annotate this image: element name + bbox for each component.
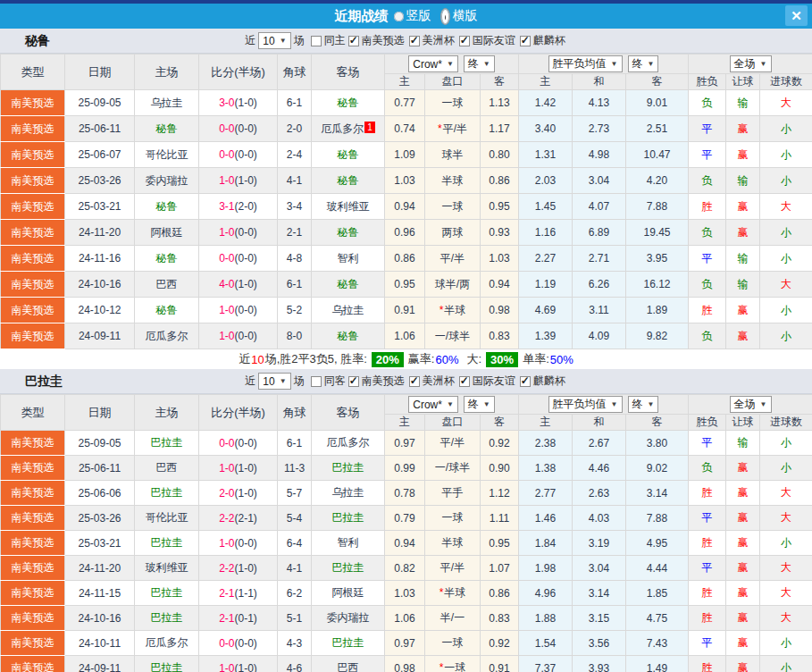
chevron-down-icon: ▼ [483, 60, 490, 68]
chevron-down-icon: ▼ [447, 60, 454, 68]
league-checkbox[interactable] [348, 36, 359, 46]
away-team: 巴拉圭 [312, 506, 385, 531]
league-type-badge[interactable]: 南美预选 [1, 431, 65, 456]
result-goals: 大 [760, 90, 812, 116]
star-marker: * [439, 586, 444, 599]
col-score: 比分(半场) [199, 395, 278, 431]
col-result-handicap: 让球 [726, 74, 760, 90]
avg-away-odds: 4.75 [626, 606, 689, 631]
league-type-badge[interactable]: 南美预选 [1, 606, 65, 631]
odds-home: 0.82 [385, 556, 425, 581]
odds-home: 1.06 [385, 323, 425, 349]
full-match-select[interactable]: 全场▼ [730, 55, 772, 72]
wdl-average-select[interactable]: 胜平负均值▼ [548, 396, 623, 413]
league-checkbox[interactable] [459, 376, 470, 387]
league-type-badge[interactable]: 南美预选 [1, 556, 65, 581]
match-count-select[interactable]: 10 ▼ [258, 373, 290, 390]
avg-draw-odds: 2.67 [573, 431, 626, 456]
unit-label: 场 [294, 33, 305, 48]
col-result-wdl: 胜负 [689, 415, 726, 431]
result-wdl: 胜 [689, 606, 726, 631]
league-checkbox[interactable] [409, 376, 420, 387]
odds-source-select[interactable]: Crow*▼ [408, 55, 458, 72]
league-type-badge[interactable]: 南美预选 [1, 116, 65, 142]
league-type-badge[interactable]: 南美预选 [1, 220, 65, 246]
home-team: 秘鲁 [135, 194, 199, 220]
star-marker: * [438, 122, 442, 135]
same-venue-checkbox[interactable] [311, 36, 322, 46]
fulltime-score: 1-0 [219, 662, 234, 672]
fulltime-score: 2-0 [219, 487, 234, 500]
col-away: 客场 [312, 395, 385, 431]
away-team: 阿根廷 [312, 581, 385, 606]
avg-draw-odds: 4.46 [573, 456, 626, 481]
match-count-select[interactable]: 10 ▼ [258, 32, 290, 49]
league-type-badge[interactable]: 南美预选 [1, 323, 65, 349]
league-checkbox[interactable] [520, 36, 531, 46]
away-team: 秘鲁 [312, 323, 385, 349]
wdl-time-select[interactable]: 终▼ [628, 55, 659, 72]
halftime-score: (1-0) [235, 174, 257, 187]
wdl-average-select[interactable]: 胜平负均值▼ [548, 55, 623, 72]
avg-away-odds: 3.80 [626, 431, 689, 456]
odds-home: 0.95 [385, 272, 425, 298]
score: 2-2(2-1) [199, 506, 278, 531]
corner-score: 6-2 [278, 581, 312, 606]
league-type-badge[interactable]: 南美预选 [1, 456, 65, 481]
league-type-badge[interactable]: 南美预选 [1, 298, 65, 323]
avg-home-odds: 1.39 [519, 323, 573, 349]
corner-score: 5-2 [278, 298, 312, 323]
score: 1-0(1-0) [199, 656, 278, 672]
horizontal-layout-radio[interactable]: 横版 [440, 8, 478, 25]
home-team: 巴西 [135, 456, 199, 481]
corner-score: 4-6 [278, 656, 312, 672]
table-row: 南美预选 24-10-11 厄瓜多尔 0-0(0-0) 4-3 巴拉圭 0.97… [1, 631, 812, 656]
league-checkbox[interactable] [348, 376, 359, 387]
result-wdl: 胜 [689, 581, 726, 606]
result-handicap: 输 [726, 272, 760, 298]
league-type-badge[interactable]: 南美预选 [1, 246, 65, 272]
avg-home-odds: 4.69 [519, 298, 573, 323]
league-type-badge[interactable]: 南美预选 [1, 90, 65, 116]
league-label: 国际友谊 [473, 33, 515, 48]
vertical-layout-radio[interactable]: 竖版 [394, 8, 431, 24]
halftime-score: (1-0) [235, 662, 257, 672]
league-type-badge[interactable]: 南美预选 [1, 194, 65, 220]
odds-time-select[interactable]: 终▼ [464, 55, 495, 72]
odds-home: 1.09 [385, 142, 425, 168]
league-type-badge[interactable]: 南美预选 [1, 506, 65, 531]
corner-score: 2-4 [278, 142, 312, 168]
result-wdl: 平 [689, 506, 726, 531]
league-type-badge[interactable]: 南美预选 [1, 481, 65, 506]
full-match-select[interactable]: 全场▼ [730, 396, 772, 413]
league-type-badge[interactable]: 南美预选 [1, 581, 65, 606]
league-checkbox[interactable] [520, 376, 531, 387]
radio-selected-icon[interactable] [440, 8, 450, 25]
table-row: 南美预选 25-06-06 巴拉圭 2-0(1-0) 5-7 乌拉圭 0.78 … [1, 481, 812, 506]
league-type-badge[interactable]: 南美预选 [1, 531, 65, 556]
result-wdl: 平 [689, 431, 726, 456]
same-venue-checkbox[interactable] [311, 376, 322, 387]
summary-text: 大: [466, 351, 481, 367]
col-odds-away: 客 [481, 74, 519, 90]
wdl-time-select[interactable]: 终▼ [628, 396, 659, 413]
odds-time-select[interactable]: 终▼ [464, 396, 495, 413]
home-team: 哥伦比亚 [135, 506, 199, 531]
league-type-badge[interactable]: 南美预选 [1, 656, 65, 672]
odds-source-select[interactable]: Crow*▼ [408, 396, 458, 413]
league-checkbox[interactable] [409, 36, 420, 46]
close-icon[interactable]: ✕ [785, 5, 808, 26]
league-type-badge[interactable]: 南美预选 [1, 272, 65, 298]
col-odds-home: 主 [385, 415, 425, 431]
table-row: 南美预选 25-03-21 巴拉圭 1-0(0-0) 6-4 智利 0.94 半… [1, 531, 812, 556]
league-type-badge[interactable]: 南美预选 [1, 168, 65, 194]
league-type-badge[interactable]: 南美预选 [1, 142, 65, 168]
summary-count: 10 [251, 353, 264, 366]
league-type-badge[interactable]: 南美预选 [1, 631, 65, 656]
odds-away: 1.12 [481, 481, 519, 506]
league-checkbox[interactable] [459, 36, 470, 46]
avg-draw-odds: 3.93 [573, 656, 626, 672]
match-date: 24-10-11 [65, 631, 135, 656]
radio-icon[interactable] [394, 12, 404, 21]
score: 0-0(0-0) [199, 116, 278, 142]
